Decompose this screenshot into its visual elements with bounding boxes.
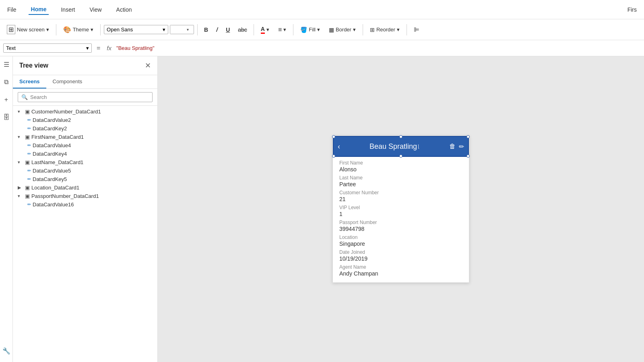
field-label: VIP Level — [339, 205, 462, 210]
theme-label: Theme — [73, 27, 89, 33]
font-dropdown[interactable]: Open Sans ▾ — [104, 25, 168, 34]
font-size-input[interactable]: 27 ▾ — [170, 25, 194, 34]
handle-tl — [332, 135, 335, 138]
tree-item-datacardvalue2[interactable]: ✏ DataCardValue2 — [27, 116, 157, 124]
tree-item-datacardkey2[interactable]: ✏ DataCardKey2 — [27, 124, 157, 133]
theme-chevron-icon: ▾ — [91, 27, 93, 33]
reorder-label: Reorder — [376, 27, 395, 33]
bold-button[interactable]: B — [201, 25, 211, 35]
menu-action[interactable]: Action — [114, 5, 134, 14]
layers-icon[interactable]: ⧉ — [2, 77, 11, 87]
tree-tab-screens[interactable]: Screens — [13, 75, 46, 88]
field-value: Andy Champan — [339, 270, 462, 277]
edit-icon: ✏ — [27, 168, 31, 173]
tree-item-passport[interactable]: ▾ ▣ PassportNumber_DataCard1 — [13, 192, 157, 200]
handle-tm — [399, 135, 402, 138]
theme-button[interactable]: 🎨 Theme ▾ — [60, 24, 97, 35]
data-icon[interactable]: 🗄 — [2, 113, 11, 122]
tree-item-label: CustomerNumber_DataCard1 — [31, 109, 101, 115]
border-label: Border — [336, 27, 351, 33]
new-screen-chevron-icon: ▾ — [46, 27, 49, 33]
menu-insert[interactable]: Insert — [58, 5, 77, 14]
new-screen-label: New screen — [17, 27, 45, 33]
edit-icon: ✏ — [27, 151, 31, 156]
reorder-button[interactable]: ⊞ Reorder ▾ — [366, 25, 403, 35]
tree-tab-components[interactable]: Components — [46, 75, 89, 88]
formula-value: "Beau Spratling" — [116, 45, 155, 51]
tree-item-label: Location_DataCard1 — [31, 185, 79, 191]
field-value: 10/19/2019 — [339, 255, 462, 262]
delete-button[interactable]: 🗑 — [449, 143, 456, 150]
tree-child-firstname: ✏ DataCardValue4 ✏ DataCardKey4 — [13, 141, 157, 158]
tree-item-datacardkey4[interactable]: ✏ DataCardKey4 — [27, 150, 157, 158]
tree-tabs: Screens Components — [13, 75, 157, 89]
align-right-icon: ⊫ — [414, 26, 419, 33]
separator-3 — [197, 24, 198, 35]
field-value: Singapore — [339, 241, 462, 247]
property-label: Text — [6, 45, 16, 51]
menu-view[interactable]: View — [87, 5, 104, 14]
fill-label: Fill — [309, 27, 316, 33]
tree-item-label: PassportNumber_DataCard1 — [31, 193, 99, 199]
tree-item-firstname[interactable]: ▾ ▣ FirstName_DataCard1 — [13, 133, 157, 141]
chevron-down-icon: ▾ — [18, 109, 23, 114]
menu-far-right: Firs — [625, 5, 639, 14]
tree-item-label: DataCardValue16 — [33, 202, 74, 208]
tree-item-lastname[interactable]: ▾ ▣ LastName_DataCard1 — [13, 158, 157, 167]
field-value: Partee — [339, 181, 462, 187]
handle-bl — [332, 154, 335, 158]
hamburger-icon[interactable]: ☰ — [2, 60, 11, 69]
tree-item-customernumber[interactable]: ▾ ▣ CustomerNumber_DataCard1 — [13, 107, 157, 116]
formula-fx-icon[interactable]: fx — [105, 45, 113, 51]
menu-file[interactable]: File — [5, 5, 19, 14]
search-icon: 🔍 — [21, 94, 28, 100]
formula-bar: Text ▾ = fx "Beau Spratling" — [0, 40, 644, 56]
toolbar: ⊞ New screen ▾ 🎨 Theme ▾ Open Sans ▾ 27 … — [0, 19, 644, 40]
reorder-icon: ⊞ — [370, 27, 375, 33]
tree-item-datacardvalue16[interactable]: ✏ DataCardValue16 — [27, 200, 157, 209]
equals-icon: = — [95, 45, 102, 52]
tree-item-datacardkey5[interactable]: ✏ DataCardKey5 — [27, 175, 157, 183]
field-vip-level: VIP Level 1 — [339, 205, 462, 217]
font-color-chevron-icon: ▾ — [266, 27, 269, 33]
tree-item-datacardvalue5[interactable]: ✏ DataCardValue5 — [27, 167, 157, 175]
tree-item-location[interactable]: ▶ ▣ Location_DataCard1 — [13, 183, 157, 192]
new-screen-button[interactable]: ⊞ New screen ▾ — [3, 23, 53, 36]
tree-item-label: DataCardValue2 — [33, 117, 71, 123]
menu-home[interactable]: Home — [29, 4, 49, 15]
folder-icon: ▣ — [25, 193, 30, 199]
separator-1 — [56, 24, 56, 35]
main-area: ☰ ⧉ + 🗄 🔧 Tree view ✕ Screens Components… — [0, 56, 644, 362]
property-select[interactable]: Text ▾ — [3, 43, 92, 53]
chevron-down-icon: ▾ — [18, 160, 23, 165]
tree-child-customernumber: ✏ DataCardValue2 ✏ DataCardKey2 — [13, 116, 157, 133]
tree-close-button[interactable]: ✕ — [145, 61, 151, 70]
edit-icon: ✏ — [27, 177, 31, 182]
tree-child-lastname: ✏ DataCardValue5 ✏ DataCardKey5 — [13, 167, 157, 183]
field-customer-number: Customer Number 21 — [339, 190, 462, 202]
separator-5 — [293, 24, 293, 35]
theme-icon: 🎨 — [63, 26, 71, 33]
font-size-value[interactable]: 27 — [170, 25, 185, 34]
font-color-button[interactable]: A ▾ — [257, 24, 273, 36]
fill-button[interactable]: 🪣 Fill ▾ — [297, 25, 324, 35]
align-right-button[interactable]: ⊫ — [410, 24, 423, 35]
font-name-label: Open Sans — [107, 27, 161, 33]
strikethrough-button[interactable]: abc — [235, 25, 250, 35]
tree-item-label: DataCardValue4 — [33, 142, 71, 148]
italic-button[interactable]: / — [213, 25, 221, 35]
border-button[interactable]: ▦ Border ▾ — [325, 25, 359, 35]
tools-icon[interactable]: 🔧 — [2, 346, 11, 356]
search-input[interactable] — [30, 94, 149, 100]
form-header[interactable]: ‹ Beau Spratling ⌊ 🗑 ✏ — [333, 136, 469, 157]
add-icon[interactable]: + — [2, 95, 11, 105]
edit-button[interactable]: ✏ — [459, 143, 464, 150]
underline-button[interactable]: U — [223, 25, 233, 35]
form-header-title: Beau Spratling — [369, 142, 417, 151]
align-button[interactable]: ≡ ▾ — [275, 24, 290, 35]
tree-item-datacardvalue4[interactable]: ✏ DataCardValue4 — [27, 141, 157, 150]
form-body: First Name Alonso Last Name Partee Custo… — [333, 157, 469, 282]
back-button[interactable]: ‹ — [334, 142, 340, 151]
field-label: Location — [339, 234, 462, 240]
edit-icon: ✏ — [27, 126, 31, 131]
